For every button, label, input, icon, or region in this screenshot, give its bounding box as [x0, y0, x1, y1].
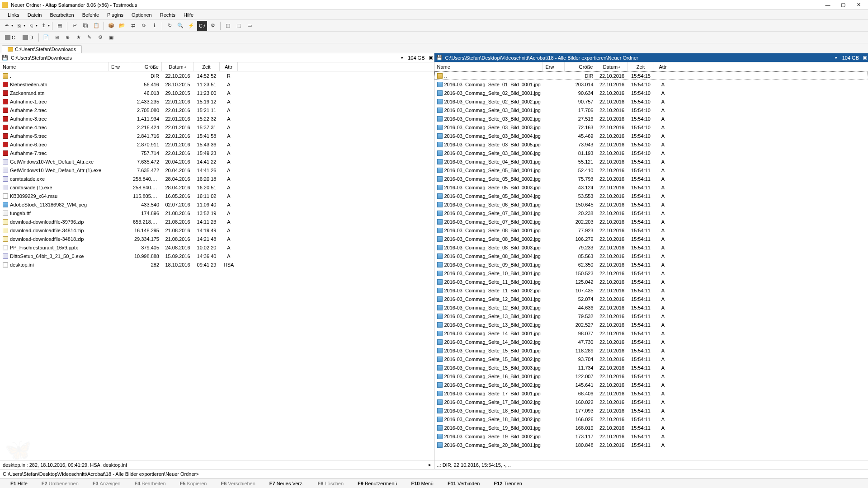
table-row[interactable]: 2016-03_Commag_Seite_09_Bild_0001.jpg62.… [434, 260, 868, 269]
table-row[interactable]: 2016-03_Commag_Seite_06_Bild_0001.jpg150… [434, 200, 868, 209]
table-row[interactable]: 2016-03_Commag_Seite_19_Bild_0002.jpg173… [434, 432, 868, 441]
menu-datein[interactable]: Datein [24, 11, 46, 19]
col-ext[interactable]: Erw [108, 62, 130, 71]
table-row[interactable]: Aufnahme-3.trec1.411.93422.01.201615:22:… [0, 114, 434, 123]
table-row[interactable]: 2016-03_Commag_Seite_03_Bild_0005.jpg73.… [434, 140, 868, 149]
table-row[interactable]: ..DIR22.10.201615:54:15 [434, 71, 868, 80]
list-view-icon[interactable]: ▤ [55, 21, 65, 31]
table-row[interactable]: 2016-03_Commag_Seite_14_Bild_0001.jpg98.… [434, 329, 868, 338]
path-dropdown-icon[interactable]: ▾ [833, 56, 840, 60]
table-row[interactable]: Aufnahme-7.trec757.71422.01.201615:49:23… [0, 149, 434, 157]
table-row[interactable]: 2016-03_Commag_Seite_03_Bild_0001.jpg17.… [434, 106, 868, 114]
right-pathbar[interactable]: 💾 C:\Users\Stefan\Desktop\Videoschnitt\A… [434, 53, 868, 62]
table-row[interactable]: 2016-03_Commag_Seite_10_Bild_0001.jpg150… [434, 269, 868, 277]
fn-f7[interactable]: F7Neues Verz. [259, 480, 307, 487]
network-icon[interactable]: ⊕ [63, 33, 73, 42]
col-size[interactable]: Größe [565, 62, 596, 71]
copy-icon[interactable]: ⿻ [80, 21, 90, 31]
table-row[interactable]: PP_Fischrestaurant_16x9.pptx379.40524.08… [0, 243, 434, 252]
history-fwd-icon[interactable]: ⎗ [26, 21, 36, 31]
table-row[interactable]: download-downloadfile-34818.zip29.334.17… [0, 235, 434, 243]
drive-icon[interactable]: 💾 [1, 54, 9, 61]
menu-plugins[interactable]: Plugins [103, 11, 127, 19]
connect-icon[interactable]: ⚡ [186, 21, 196, 31]
disk-info-icon[interactable]: ▣ [862, 55, 868, 61]
menu-befehle[interactable]: Befehle [78, 11, 103, 19]
table-row[interactable]: Aufnahme-5.trec2.841.71622.01.201615:41:… [0, 131, 434, 140]
table-row[interactable]: 2016-03_Commag_Seite_12_Bild_0002.jpg44.… [434, 303, 868, 312]
table-row[interactable]: KB3099229_x64.msu115.805.70016.05.201616… [0, 192, 434, 200]
pack-icon[interactable]: 📦 [106, 21, 116, 31]
table-row[interactable]: 2016-03_Commag_Seite_02_Bild_0001.jpg90.… [434, 89, 868, 97]
table-row[interactable]: camtasiade.exe258.840.37628.04.201616:20… [0, 174, 434, 183]
table-row[interactable]: 2016-03_Commag_Seite_03_Bild_0003.jpg72.… [434, 123, 868, 131]
table-row[interactable]: Klebestreifen.atn56.41628.10.201511:23:5… [0, 80, 434, 89]
right-file-list[interactable]: ..DIR22.10.201615:54:152016-03_Commag_Se… [434, 71, 868, 460]
left-pathbar[interactable]: 💾 C:\Users\Stefan\Downloads ▾ 104 GB ▣ [0, 53, 434, 62]
table-row[interactable]: 2016-03_Commag_Seite_20_Bild_0001.jpg180… [434, 441, 868, 449]
find-icon[interactable]: 🔍 [175, 21, 185, 31]
favorites-icon[interactable]: ★ [74, 33, 84, 42]
cut-icon[interactable]: ✂ [70, 21, 80, 31]
terminal-icon[interactable]: C:\ [197, 21, 207, 31]
col-date[interactable]: Datum▴ [596, 62, 628, 71]
col-attr[interactable]: Attr [654, 62, 672, 71]
menu-hilfe[interactable]: Hilfe [179, 11, 198, 19]
col-name[interactable]: Name [0, 62, 108, 71]
table-row[interactable]: Aufnahme-6.trec2.870.91122.01.201615:43:… [0, 140, 434, 149]
menu-rechts[interactable]: Rechts [156, 11, 179, 19]
fn-f1[interactable]: F1Hilfe [0, 480, 31, 487]
table-row[interactable]: 2016-03_Commag_Seite_05_Bild_0002.jpg75.… [434, 174, 868, 183]
fullpanel-icon[interactable]: ▭ [245, 21, 255, 31]
table-row[interactable]: 2016-03_Commag_Seite_15_Bild_0002.jpg93.… [434, 355, 868, 363]
maximize-button[interactable]: ▢ [835, 0, 851, 9]
device-icon[interactable]: ▣ [106, 33, 116, 42]
table-row[interactable]: 2016-03_Commag_Seite_11_Bild_0001.jpg125… [434, 277, 868, 286]
table-row[interactable]: 2016-03_Commag_Seite_04_Bild_0001.jpg55.… [434, 157, 868, 166]
tile-icon[interactable]: ◫ [223, 21, 233, 31]
table-row[interactable]: desktop.ini28218.10.201609:41:29HSA [0, 260, 434, 269]
fn-f11[interactable]: F11Verbinden [437, 480, 484, 487]
table-row[interactable]: ..DIR22.10.201614:52:52R [0, 71, 434, 80]
left-file-list[interactable]: 🦋 ..DIR22.10.201614:52:52RKlebestreifen.… [0, 71, 434, 460]
table-row[interactable]: 2016-03_Commag_Seite_08_Bild_0003.jpg79.… [434, 243, 868, 252]
table-row[interactable]: 2016-03_Commag_Seite_13_Bild_0002.jpg202… [434, 320, 868, 329]
table-row[interactable]: Aufnahme-4.trec2.216.42422.01.201615:37:… [0, 123, 434, 131]
command-line[interactable]: C:\Users\Stefan\Desktop\Videoschnitt\Acr… [0, 469, 868, 478]
col-date[interactable]: Datum▴ [162, 62, 193, 71]
table-row[interactable]: 2016-03_Commag_Seite_13_Bild_0001.jpg79.… [434, 312, 868, 320]
table-row[interactable]: AdobeStock_113186982_WM.jpeg433.54002.07… [0, 200, 434, 209]
table-row[interactable]: GetWindows10-Web_Default_Attr (1).exe7.6… [0, 166, 434, 174]
minimize-button[interactable]: — [820, 0, 835, 9]
table-row[interactable]: Aufnahme-2.trec2.705.08022.01.201615:21:… [0, 106, 434, 114]
col-time[interactable]: Zeit [628, 62, 654, 71]
table-row[interactable]: 2016-03_Commag_Seite_05_Bild_0001.jpg52.… [434, 166, 868, 174]
col-time[interactable]: Zeit [193, 62, 220, 71]
table-row[interactable]: Aufnahme-1.trec2.433.23522.01.201615:19:… [0, 97, 434, 106]
table-row[interactable]: 2016-03_Commag_Seite_07_Bild_0001.jpg20.… [434, 209, 868, 217]
table-row[interactable]: download-downloadfile-39796.zip653.218.0… [0, 217, 434, 226]
table-row[interactable]: DittoSetup_64bit_3_21_50_0.exe10.998.888… [0, 252, 434, 260]
drive-c[interactable]: C [2, 33, 19, 42]
tab-downloads[interactable]: C:\Users\Stefan\Downloads [2, 45, 82, 53]
table-row[interactable]: download-downloadfile-34814.zip16.148.29… [0, 226, 434, 235]
table-row[interactable]: 2016-03_Commag_Seite_15_Bild_0001.jpg118… [434, 346, 868, 355]
table-row[interactable]: camtasiade (1).exe258.840.37628.04.20161… [0, 183, 434, 192]
folder-up-icon[interactable]: ↥ [38, 21, 48, 31]
table-row[interactable]: 2016-03_Commag_Seite_18_Bild_0001.jpg177… [434, 406, 868, 415]
options-icon[interactable]: ⚙ [208, 21, 218, 31]
fn-f10[interactable]: F10Menü [401, 480, 437, 487]
table-row[interactable]: 2016-03_Commag_Seite_17_Bild_0001.jpg68.… [434, 389, 868, 398]
table-row[interactable]: 2016-03_Commag_Seite_05_Bild_0003.jpg43.… [434, 183, 868, 192]
table-row[interactable]: 2016-03_Commag_Seite_18_Bild_0002.jpg166… [434, 415, 868, 423]
close-button[interactable]: ✕ [851, 0, 866, 9]
table-row[interactable]: 2016-03_Commag_Seite_08_Bild_0004.jpg85.… [434, 252, 868, 260]
drive-icon[interactable]: 💾 [436, 54, 443, 61]
documents-icon[interactable]: 📄 [41, 33, 51, 42]
menu-bearbeiten[interactable]: Bearbeiten [46, 11, 78, 19]
split-icon[interactable]: ⬚ [234, 21, 244, 31]
disk-info-icon[interactable]: ▣ [428, 55, 434, 61]
unpack-icon[interactable]: 📂 [117, 21, 127, 31]
table-row[interactable]: tungab.ttf174.89621.08.201613:52:19A [0, 209, 434, 217]
sync-icon[interactable]: ⟳ [139, 21, 149, 31]
